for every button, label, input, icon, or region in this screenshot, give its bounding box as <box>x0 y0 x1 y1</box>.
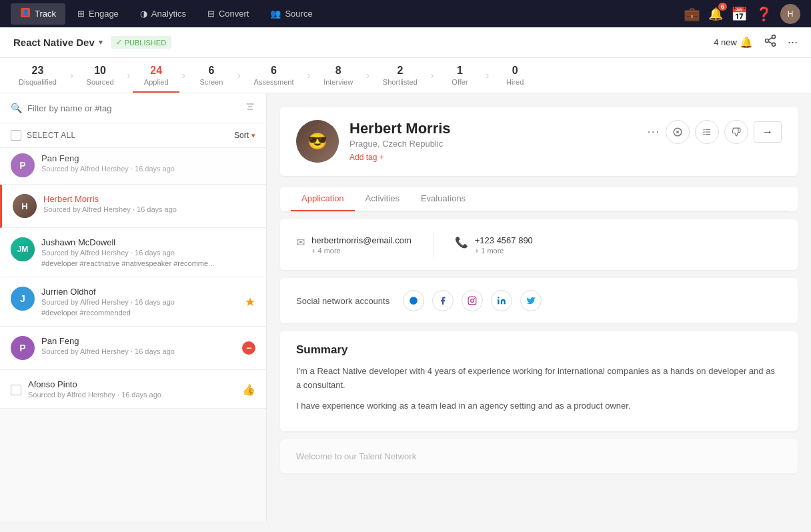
svg-point-2 <box>772 35 775 39</box>
candidate-avatar: JM <box>11 237 35 261</box>
tab-container: Application Activities Evaluations <box>280 187 798 211</box>
user-avatar[interactable]: H <box>780 4 800 24</box>
stage-screen[interactable]: 6 Screen <box>188 58 235 93</box>
nav-convert[interactable]: ⊟ Convert <box>198 5 259 23</box>
svg-line-5 <box>768 41 772 43</box>
subheader-actions: 4 new 🔔 ··· <box>714 34 798 51</box>
search-input[interactable] <box>27 103 239 113</box>
stage-screen-count: 6 <box>208 65 214 77</box>
stage-applied-label: Applied <box>144 78 169 86</box>
nav-track-label: Track <box>35 9 56 19</box>
check-icon: ✓ <box>116 38 122 47</box>
instagram-icon[interactable] <box>462 290 483 311</box>
stage-applied[interactable]: 24 Applied <box>133 58 179 93</box>
stage-hired[interactable]: 0 Hired <box>492 58 538 93</box>
stage-disqualified[interactable]: 23 Disqualified <box>8 58 67 93</box>
select-all-checkbox[interactable] <box>11 130 21 141</box>
star-badge-icon: ★ <box>245 295 255 309</box>
chevron-down-icon: ▾ <box>99 38 103 47</box>
summary-paragraph-1: I'm a React Native developer with 4 year… <box>296 365 782 393</box>
stage-interview[interactable]: 8 Interview <box>313 58 363 93</box>
email-more[interactable]: + 4 more <box>311 247 412 255</box>
facebook-icon[interactable] <box>432 290 454 311</box>
candidate-name: Afonso Pinto <box>28 379 255 389</box>
tab-application[interactable]: Application <box>291 187 355 211</box>
sort-chevron-icon: ▾ <box>251 131 255 140</box>
list-item[interactable]: J Jurrien Oldhof Sourced by Alfred Hersh… <box>0 277 266 327</box>
filter-options-icon[interactable] <box>245 101 255 115</box>
stage-sourced-count: 10 <box>94 65 106 77</box>
list-item[interactable]: P Pan Feng Sourced by Alfred Hershey · 1… <box>0 148 266 185</box>
calendar-icon-btn[interactable]: 📅 <box>731 6 748 22</box>
thumbsup-badge-icon: 👍 <box>242 383 255 395</box>
svg-point-3 <box>765 39 768 43</box>
stage-sourced-label: Sourced <box>87 78 114 86</box>
add-tag-button[interactable]: Add tag + <box>349 153 637 162</box>
move-stage-button[interactable]: → <box>754 121 782 143</box>
stage-assessment-label: Assessment <box>254 78 294 86</box>
phone-contact: 📞 +123 4567 890 + 1 more <box>455 235 533 255</box>
subheader: React Native Dev ▾ ✓ PUBLISHED 4 new 🔔 ·… <box>0 27 811 58</box>
svg-rect-16 <box>468 297 476 305</box>
thumbsdown-button[interactable] <box>724 120 748 144</box>
bottom-partial-card: Welcome to our Talent Network <box>280 439 798 473</box>
candidate-meta: Sourced by Alfred Hershey · 16 days ago <box>43 205 255 213</box>
list-header: SELECT ALL Sort ▾ <box>0 123 266 148</box>
more-options-button[interactable]: ··· <box>648 126 660 138</box>
more-options-icon[interactable]: ··· <box>788 35 798 49</box>
tab-activities[interactable]: Activities <box>355 187 410 211</box>
email-contact: ✉ herbertmorris@email.com + 4 more <box>296 235 412 255</box>
help-icon-btn[interactable]: ❓ <box>756 6 772 22</box>
nav-engage-label: Engage <box>89 9 119 19</box>
candidate-avatar: P <box>11 336 35 360</box>
sort-button[interactable]: Sort ▾ <box>234 131 255 140</box>
nav-source[interactable]: 👥 Source <box>261 5 321 23</box>
stage-sourced[interactable]: 10 Sourced <box>76 58 125 93</box>
social-row: Social network accounts <box>296 290 782 311</box>
job-title[interactable]: React Native Dev ▾ <box>13 37 103 48</box>
candidate-tags: #developer #recommended <box>41 309 255 317</box>
candidate-name: Pan Feng <box>41 336 255 346</box>
candidates-panel: 🔍 SELECT ALL Sort ▾ P Pan Feng Sourced b… <box>0 93 267 521</box>
stage-shortlisted-count: 2 <box>397 65 403 77</box>
linkedin-icon[interactable] <box>491 290 512 311</box>
arrow-icon: › <box>428 70 437 81</box>
stage-offer-label: Offer <box>452 78 468 86</box>
contact-info-card: ✉ herbertmorris@email.com + 4 more 📞 +12… <box>280 219 798 270</box>
share-icon[interactable] <box>764 34 777 51</box>
candidate-badge: − <box>242 341 255 355</box>
list-item[interactable]: P Pan Feng Sourced by Alfred Hershey · 1… <box>0 327 266 370</box>
arrow-icon: › <box>67 70 76 81</box>
stage-hired-count: 0 <box>512 65 518 77</box>
stage-offer[interactable]: 1 Offer <box>437 58 484 93</box>
list-item[interactable]: JM Jushawn McDowell Sourced by Alfred He… <box>0 228 266 277</box>
phone-value: +123 4567 890 <box>475 235 533 245</box>
stage-shortlisted[interactable]: 2 Shortlisted <box>372 58 428 93</box>
twitter-icon[interactable] <box>520 290 542 311</box>
disqualify-badge-icon: − <box>242 341 255 355</box>
list-item[interactable]: Afonso Pinto Sourced by Alfred Hershey ·… <box>0 370 266 409</box>
phone-more[interactable]: + 1 more <box>475 247 533 255</box>
candidate-checkbox[interactable] <box>11 385 21 395</box>
candidate-header-actions: ··· → <box>648 120 782 144</box>
tab-evaluations[interactable]: Evaluations <box>410 187 476 211</box>
list-item[interactable]: H Herbert Morris Sourced by Alfred Hersh… <box>0 185 266 228</box>
briefcase-icon-btn[interactable]: 💼 <box>684 6 700 22</box>
checklist-button[interactable] <box>695 120 719 144</box>
nav-analytics[interactable]: ◑ Analytics <box>131 5 195 23</box>
new-notification: 4 new 🔔 <box>714 36 753 49</box>
nav-track[interactable]: 👤 Track <box>11 3 65 25</box>
main-layout: 🔍 SELECT ALL Sort ▾ P Pan Feng Sourced b… <box>0 93 811 521</box>
skype-icon[interactable] <box>403 290 424 311</box>
reject-button[interactable] <box>666 120 690 144</box>
candidate-name: Pan Feng <box>41 153 255 163</box>
nav-engage[interactable]: ⊞ Engage <box>68 5 128 23</box>
stage-assessment[interactable]: 6 Assessment <box>243 58 305 93</box>
engage-icon: ⊞ <box>77 9 85 19</box>
status-label: PUBLISHED <box>125 39 166 47</box>
arrow-icon: › <box>484 70 492 81</box>
notification-bell-btn[interactable]: 🔔 6 <box>708 7 723 21</box>
bottom-card-text: Welcome to our Talent Network <box>296 451 782 461</box>
candidate-info: Pan Feng Sourced by Alfred Hershey · 16 … <box>41 153 255 173</box>
stage-hired-label: Hired <box>506 78 524 86</box>
